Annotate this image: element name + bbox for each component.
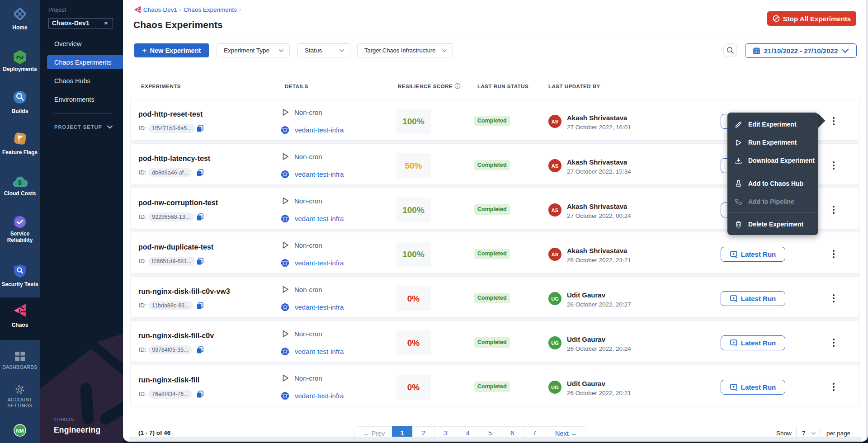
svg-text:NM: NM (16, 428, 24, 434)
svg-text:$: $ (18, 179, 22, 186)
